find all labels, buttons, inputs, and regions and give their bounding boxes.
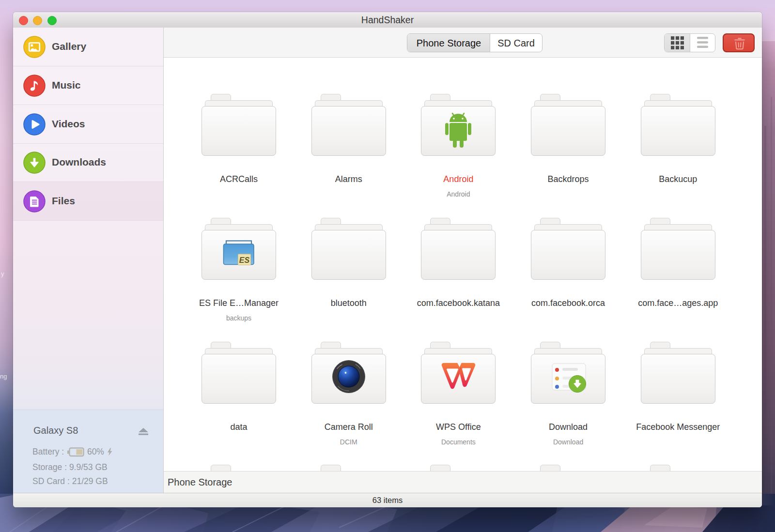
svg-text:ES: ES	[239, 256, 250, 264]
svg-text:ng: ng	[0, 373, 7, 380]
svg-text:y: y	[1, 270, 4, 277]
